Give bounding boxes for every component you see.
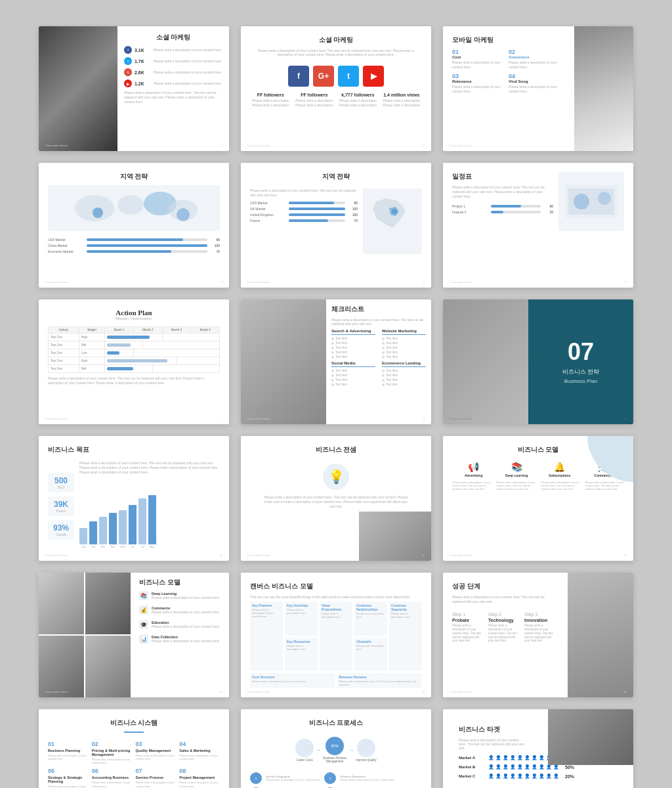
mobile-title-4: Viral Song	[509, 79, 562, 83]
arrow-2: →	[348, 747, 354, 753]
target-person-8: 👤	[539, 755, 545, 760]
slide-9-photo	[443, 299, 528, 424]
tw-box: t	[338, 66, 359, 87]
arrow-1: →	[316, 747, 321, 753]
slide-6[interactable]: 일정표 Please write a description of your c…	[443, 163, 633, 288]
biz-stat-label-1: SEO	[51, 485, 71, 489]
slide-10-header: 비즈니스 목표	[48, 445, 220, 458]
canvas-grid: Key Partners Please write a description …	[250, 602, 422, 671]
canvas-key-resources: Key Resources Please write a description…	[285, 638, 318, 672]
system-title-7: Service Process	[136, 776, 177, 779]
process-top: ↓ Lower Costs → BPM Business ProcessMana…	[250, 737, 422, 763]
icon-list-item-2: 💰 Commerce Please write a description of…	[139, 605, 224, 615]
bar-6-label-1: Project 1	[452, 204, 488, 208]
slide-5[interactable]: 지역 전략 Please write a description of your…	[241, 163, 431, 288]
process-text-2: Enhance OperationsPlease write a descrip…	[340, 775, 394, 781]
photo-3	[39, 636, 84, 697]
slide-8[interactable]: 체크리스트 Please write a description of your…	[241, 299, 431, 424]
slide-17[interactable]: 비즈니스 프로세스 ↓ Lower Costs → BPM Business P…	[241, 709, 431, 788]
slide-6-bars: Project 1 60 Feature 2 25	[452, 204, 553, 214]
bar-5-val-4: 70	[348, 219, 358, 223]
target-person-b9: 👤	[546, 764, 552, 770]
check-item: Test Item	[335, 351, 347, 354]
system-title-6: Accounting Business	[92, 776, 133, 779]
td-gantt-5	[105, 365, 153, 373]
advertising-icon: 📢	[452, 462, 495, 472]
yt-followers: 1.4 million views	[381, 92, 423, 98]
icon-item-desc-1: Please write a description of your conte…	[152, 596, 220, 600]
td-name-2: Test One	[49, 341, 79, 349]
check-item: Test Item	[386, 346, 398, 349]
biz-model-item-3: 🔔 Subscriptions	[538, 462, 581, 477]
td-name-5: Test One	[49, 365, 79, 373]
slide-9-image-left	[443, 299, 528, 424]
td-gantt-2	[105, 341, 143, 349]
stat-desc-1: Please write a description of your conte…	[154, 48, 222, 53]
slide-9-number: 07	[568, 340, 594, 364]
slide-12[interactable]: 비즈니스 모델 📢 Advertising 📚 Deep Learning 🔔 …	[443, 436, 633, 561]
system-item-3: 03 Quality Management Please write a des…	[136, 741, 177, 764]
canvas-bottom: Cost Structure Please write a descriptio…	[250, 673, 422, 688]
th-month3: Month 3	[162, 327, 191, 334]
slide-1[interactable]: 소셜 마케팅 f 3.1K Please write a description…	[39, 26, 229, 151]
bar-label-3: Economic Market	[48, 250, 84, 253]
slide-7[interactable]: Action Plan Mission Optimization Activit…	[39, 299, 229, 424]
stat-box-1: 500 SEO	[48, 473, 74, 492]
slide-14[interactable]: 캔버스 비즈니스 모델 This text can say the most b…	[241, 573, 431, 697]
slide-16[interactable]: 비즈니스 시스템 01 Business Planning Please wri…	[39, 709, 229, 788]
target-person-c7: 👤	[532, 774, 537, 779]
slide-15[interactable]: 성공 단계 Please write a description of your…	[443, 573, 633, 697]
process-label-1: Lower Costs	[295, 758, 314, 762]
slide-2[interactable]: 소셜 마케팅 Please write a description of you…	[241, 26, 431, 151]
process-circle-2: BPM	[326, 737, 344, 755]
slide-11[interactable]: 비즈니스 전셈 💡 Please write a description of …	[241, 436, 431, 561]
mobile-item-1: 01 Cost Please write a description of yo…	[452, 49, 505, 70]
slide-2-desc: Please write a description of your conte…	[250, 49, 422, 56]
check-item: Test Item	[386, 369, 398, 372]
step-2: Step 2 Technology Please write a descrip…	[488, 612, 519, 643]
slide-6-desc: Please write a description of your conte…	[452, 185, 553, 199]
system-item-6: 06 Accounting Business Please write a de…	[92, 768, 133, 788]
slide-4[interactable]: 지역 전략 USA Market 80 China Market 100	[39, 163, 229, 288]
target-person-3: 👤	[503, 755, 509, 760]
td-gantt-4	[105, 357, 177, 365]
svg-point-6	[392, 209, 397, 214]
slide-9[interactable]: 07 비즈니스 전략 Business Plan Presentation Na…	[443, 299, 633, 424]
slide-11-footer: Presentation Name 11	[241, 554, 431, 557]
slide-10-stats: 500 SEO 39K Reach 93% Growth	[48, 461, 74, 552]
step-3: Step 3 Innovation Please write a descrip…	[524, 612, 555, 643]
target-label-a: Market A	[459, 756, 485, 760]
slide-3[interactable]: 모바일 마케팅 01 Cost Please write a descripti…	[443, 26, 633, 151]
gp-desc2: Please write a description	[294, 103, 335, 108]
svg-point-8	[598, 192, 611, 205]
slide-10[interactable]: 비즈니스 목표 500 SEO 39K Reach 93% Growth Ple…	[39, 436, 229, 561]
target-person-b4: 👤	[510, 764, 516, 770]
td-gantt-5b	[153, 365, 220, 373]
table-row: Test One High	[49, 334, 220, 341]
process-circle-service: S	[250, 772, 262, 784]
tw-desc: Please write a description	[337, 98, 379, 103]
slide-9-subtitle: Business Plan	[564, 378, 598, 384]
slide-10-right: Please write a description of your conte…	[79, 461, 220, 552]
stat-box-2: 39K Reach	[48, 496, 74, 516]
slide-13[interactable]: 비즈니스 모델 📚 Deep Learning Please write a d…	[39, 573, 229, 697]
target-label-b: Market B	[459, 765, 485, 769]
slide-11-desc: Please write a description of your conte…	[263, 495, 409, 509]
target-person-2: 👤	[495, 755, 501, 760]
slides-grid: 소셜 마케팅 f 3.1K Please write a description…	[39, 26, 633, 788]
slide-7-subtitle: Mission Optimization	[48, 317, 220, 320]
canvas-key-partners: Key Partners Please write a description …	[250, 602, 283, 671]
slide-4-footer: Presentation Name 4	[39, 280, 229, 284]
biz-model-descs: Please write a description of your conte…	[452, 481, 624, 491]
td-gantt-1	[105, 334, 162, 341]
mobile-num-4: 04	[509, 73, 515, 79]
yt-box: ▶	[363, 66, 384, 87]
gp-icon: G	[124, 68, 132, 76]
check-item: Test Item	[335, 346, 347, 349]
slide-6-left: 일정표 Please write a description of your c…	[452, 172, 553, 216]
target-person-5: 👤	[517, 755, 523, 760]
biz-model-name-2: Deep Learning	[495, 473, 539, 477]
gp-followers: FF followers	[294, 92, 335, 98]
slide-15-image	[568, 573, 633, 697]
slide-18[interactable]: 비즈니스 타겟 Please write a description of yo…	[443, 709, 633, 788]
